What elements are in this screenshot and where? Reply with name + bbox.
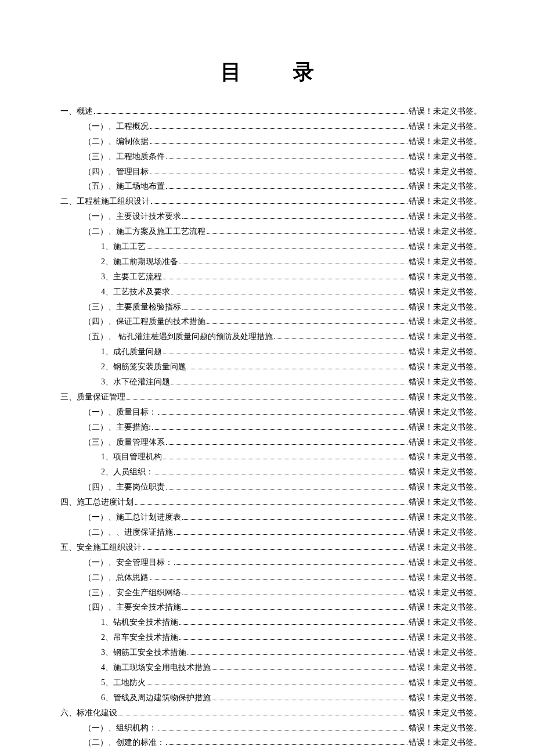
toc-leader-dots [179, 624, 407, 625]
toc-leader-dots [158, 414, 407, 415]
toc-entry-page: 错误！未定义书签。 [409, 405, 482, 420]
toc-entry-text: 六、标准化建设 [60, 705, 117, 721]
toc-entry-text: 2、人员组织： [101, 465, 154, 480]
toc-entry-page: 错误！未定义书签。 [409, 104, 482, 119]
toc-leader-dots [163, 279, 407, 279]
toc-entry-text: （三）、安全生产组织网络 [84, 585, 181, 600]
toc-entry: （二）、创建的标准：错误！未定义书签。 [52, 735, 482, 750]
toc-leader-dots [174, 534, 407, 535]
toc-entry-page: 错误！未定义书签。 [409, 329, 482, 344]
toc-entry-page: 错误！未定义书签。 [409, 149, 482, 164]
toc-entry-text: （三）、主要质量检验指标 [84, 300, 181, 315]
toc-leader-dots [166, 444, 407, 445]
toc-entry-page: 错误！未定义书签。 [409, 254, 482, 269]
toc-entry-page: 错误！未定义书签。 [409, 705, 482, 721]
toc-entry: 二、工程桩施工组织设计错误！未定义书签。 [52, 194, 482, 209]
toc-entry-text: 3、水下砼灌注问题 [101, 375, 170, 390]
toc-leader-dots [94, 113, 407, 114]
toc-leader-dots [187, 369, 407, 369]
toc-leader-dots [182, 595, 407, 595]
toc-entry-text: （二）、总体思路 [84, 570, 149, 585]
toc-entry-page: 错误！未定义书签。 [409, 495, 482, 510]
toc-leader-dots [143, 549, 407, 550]
toc-entry-page: 错误！未定义书签。 [409, 690, 482, 705]
toc-entry-page: 错误！未定义书签。 [409, 615, 482, 630]
toc-entry-page: 错误！未定义书签。 [409, 344, 482, 359]
toc-leader-dots [150, 579, 407, 580]
toc-entry-text: （二）、编制依据 [84, 134, 149, 149]
toc-entry-text: 6、管线及周边建筑物保护措施 [101, 690, 211, 705]
toc-entry-page: 错误！未定义书签。 [409, 239, 482, 254]
toc-entry-text: 4、施工现场安全用电技术措施 [101, 660, 211, 675]
toc-entry-text: 2、施工前期现场准备 [101, 254, 178, 269]
toc-entry: 5、工地防火错误！未定义书签。 [52, 675, 482, 690]
toc-entry-page: 错误！未定义书签。 [409, 630, 482, 645]
toc-entry-page: 错误！未定义书签。 [409, 675, 482, 690]
toc-entry: 3、钢筋工安全技术措施错误！未定义书签。 [52, 645, 482, 660]
toc-entry: 2、吊车安全技术措施错误！未定义书签。 [52, 630, 482, 645]
toc-entry: （五）、 钻孔灌注桩遇到质量问题的预防及处理措施错误！未定义书签。 [52, 329, 482, 344]
toc-entry: 3、水下砼灌注问题错误！未定义书签。 [52, 375, 482, 390]
toc-leader-dots [171, 384, 407, 384]
toc-entry-text: （二）、、进度保证措施 [84, 525, 173, 540]
toc-entry: 一、概述错误！未定义书签。 [52, 104, 482, 119]
toc-entry: （一）、安全管理目标：错误！未定义书签。 [52, 555, 482, 570]
toc-entry: 1、施工工艺错误！未定义书签。 [52, 239, 482, 254]
toc-entry: （四）、主要安全技术措施错误！未定义书签。 [52, 600, 482, 615]
toc-leader-dots [212, 669, 407, 670]
toc-entry-text: 二、工程桩施工组织设计 [60, 194, 150, 209]
toc-entry: （三）、主要质量检验指标错误！未定义书签。 [52, 300, 482, 315]
toc-entry: （四）、保证工程质量的技术措施错误！未定义书签。 [52, 314, 482, 329]
toc-leader-dots [166, 744, 407, 745]
toc-entry-text: 4、工艺技术及要求 [101, 285, 170, 300]
toc-entry: 4、施工现场安全用电技术措施错误！未定义书签。 [52, 660, 482, 675]
toc-entry-text: 五、安全施工组织设计 [60, 540, 142, 555]
toc-entry-text: （二）、创建的标准： [84, 735, 165, 750]
toc-entry: 六、标准化建设错误！未定义书签。 [52, 705, 482, 721]
toc-entry-page: 错误！未定义书签。 [409, 300, 482, 315]
toc-entry-page: 错误！未定义书签。 [409, 721, 482, 736]
toc-entry-page: 错误！未定义书签。 [409, 735, 482, 750]
toc-leader-dots [150, 128, 407, 129]
toc-entry: 4、工艺技术及要求错误！未定义书签。 [52, 285, 482, 300]
toc-entry-page: 错误！未定义书签。 [409, 375, 482, 390]
toc-entry-text: （三）、质量管理体系 [84, 435, 165, 450]
toc-leader-dots [151, 203, 407, 204]
toc-entry: （一）、组织机构：错误！未定义书签。 [52, 721, 482, 736]
toc-entry-page: 错误！未定义书签。 [409, 390, 482, 405]
toc-entry: （一）、主要设计技术要求错误！未定义书签。 [52, 209, 482, 224]
toc-leader-dots [182, 218, 407, 219]
toc-entry-text: 2、吊车安全技术措施 [101, 630, 178, 645]
toc-leader-dots [171, 294, 407, 294]
toc-entry-text: 1、成孔质量问题 [101, 344, 162, 359]
toc-leader-dots [155, 474, 407, 474]
toc-entry: （二）、施工方案及施工工艺流程错误！未定义书签。 [52, 224, 482, 239]
toc-entry-page: 错误！未定义书签。 [409, 449, 482, 465]
toc-entry: （二）、总体思路错误！未定义书签。 [52, 570, 482, 585]
toc-entry: 1、项目管理机构错误！未定义书签。 [52, 449, 482, 465]
toc-leader-dots [166, 188, 407, 189]
toc-entry-text: 3、主要工艺流程 [101, 269, 162, 285]
toc-entry-page: 错误！未定义书签。 [409, 570, 482, 585]
toc-leader-dots [274, 339, 408, 339]
toc-entry-text: （三）、工程地质条件 [84, 149, 165, 164]
toc-entry: 三、质量保证管理错误！未定义书签。 [52, 390, 482, 405]
toc-leader-dots [158, 730, 407, 730]
toc-entry-page: 错误！未定义书签。 [409, 359, 482, 375]
toc-entry-page: 错误！未定义书签。 [409, 119, 482, 134]
toc-entry-page: 错误！未定义书签。 [409, 480, 482, 495]
toc-entry: 6、管线及周边建筑物保护措施错误！未定义书签。 [52, 690, 482, 705]
toc-entry-text: 3、钢筋工安全技术措施 [101, 645, 186, 660]
toc-entry-page: 错误！未定义书签。 [409, 465, 482, 480]
toc-entry: 五、安全施工组织设计错误！未定义书签。 [52, 540, 482, 555]
toc-entry-text: （二）、主要措施: [84, 420, 151, 435]
toc-leader-dots [163, 354, 407, 354]
toc-entry: 1、成孔质量问题错误！未定义书签。 [52, 344, 482, 359]
toc-leader-dots [163, 459, 407, 459]
toc-entry-text: （四）、主要岗位职责 [84, 480, 165, 495]
toc-entry-text: 1、钻机安全技术措施 [101, 615, 178, 630]
toc-entry-page: 错误！未定义书签。 [409, 600, 482, 615]
toc-entry-page: 错误！未定义书签。 [409, 660, 482, 675]
toc-entry-page: 错误！未定义书签。 [409, 209, 482, 224]
toc-entry: （三）、工程地质条件错误！未定义书签。 [52, 149, 482, 164]
